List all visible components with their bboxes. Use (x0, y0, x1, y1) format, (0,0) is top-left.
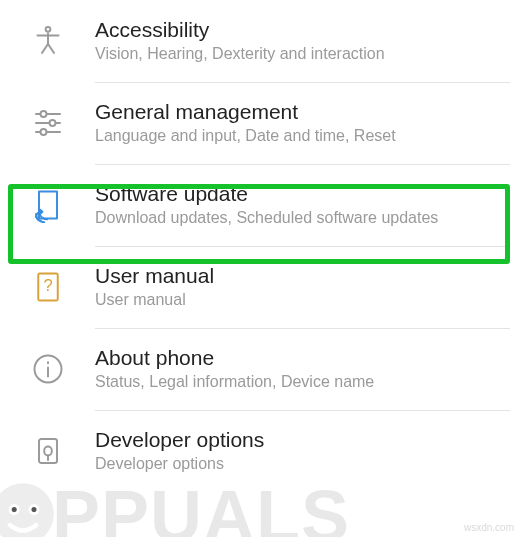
item-title: Software update (95, 181, 520, 207)
item-subtitle: Status, Legal information, Device name (95, 372, 520, 393)
svg-point-19 (31, 507, 36, 512)
item-title: User manual (95, 263, 520, 289)
software-update-icon (22, 187, 95, 223)
corner-credit: wsxdn.com (464, 522, 514, 533)
item-subtitle: User manual (95, 290, 520, 311)
accessibility-icon (22, 23, 95, 59)
settings-item-user-manual[interactable]: ? User manual User manual (0, 246, 520, 328)
developer-options-icon (22, 433, 95, 469)
item-subtitle: Download updates, Scheduled software upd… (95, 208, 520, 229)
settings-list: Accessibility Vision, Hearing, Dexterity… (0, 0, 520, 492)
item-title: Developer options (95, 427, 520, 453)
item-subtitle: Language and input, Date and time, Reset (95, 126, 520, 147)
about-phone-icon (22, 351, 95, 387)
item-title: About phone (95, 345, 520, 371)
svg-point-17 (12, 507, 17, 512)
item-title: Accessibility (95, 17, 520, 43)
svg-point-6 (41, 129, 47, 135)
svg-rect-13 (44, 447, 52, 456)
settings-item-software-update[interactable]: Software update Download updates, Schedu… (0, 164, 520, 246)
svg-point-16 (9, 504, 20, 515)
svg-text:?: ? (43, 276, 52, 294)
svg-point-0 (46, 27, 51, 32)
item-subtitle: Developer options (95, 454, 520, 475)
item-subtitle: Vision, Hearing, Dexterity and interacti… (95, 44, 520, 65)
svg-point-4 (50, 120, 56, 126)
user-manual-icon: ? (22, 269, 95, 305)
settings-item-general-management[interactable]: General management Language and input, D… (0, 82, 520, 164)
settings-item-developer-options[interactable]: Developer options Developer options (0, 410, 520, 492)
general-management-icon (22, 105, 95, 141)
settings-item-about-phone[interactable]: About phone Status, Legal information, D… (0, 328, 520, 410)
item-title: General management (95, 99, 520, 125)
settings-item-accessibility[interactable]: Accessibility Vision, Hearing, Dexterity… (0, 0, 520, 82)
svg-point-2 (41, 111, 47, 117)
svg-point-18 (29, 504, 40, 515)
